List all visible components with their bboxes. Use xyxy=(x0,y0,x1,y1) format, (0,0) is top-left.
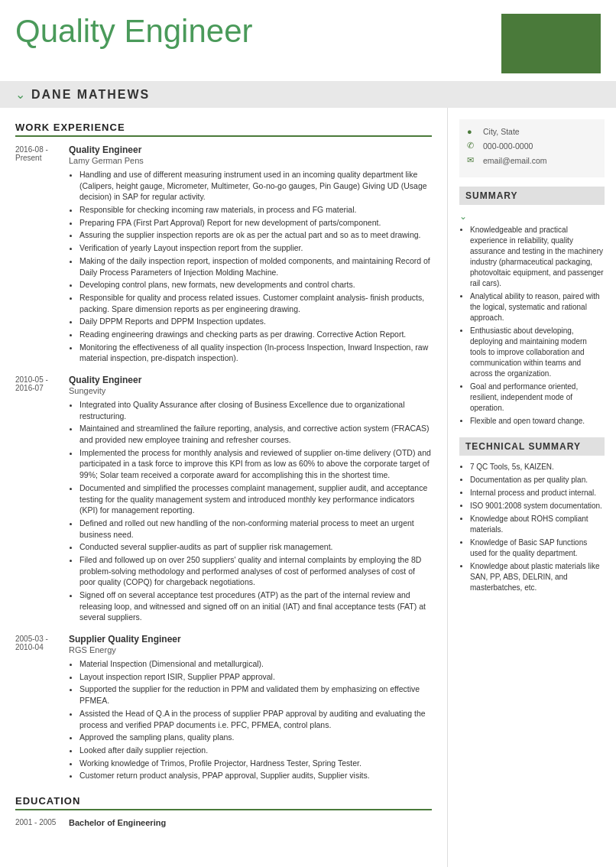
bullet: Developing control plans, new formats, n… xyxy=(79,279,432,291)
name-bar: ⌄ DANE MATHEWS xyxy=(0,81,616,108)
green-decorative-block xyxy=(501,14,601,73)
right-column: ● City, State ✆ 000-000-0000 ✉ email@ema… xyxy=(448,108,616,867)
work-bullets-2: Integrated into Quality Assurance after … xyxy=(69,399,432,623)
work-details-1: Quality Engineer Lamy German Pens Handli… xyxy=(69,144,432,365)
header: Quality Engineer xyxy=(0,0,616,81)
tech-item: Knowledge of Basic SAP functions used fo… xyxy=(470,537,605,559)
work-experience-header: WORK EXPERIENCE xyxy=(15,122,432,137)
bullet: Maintained and streamlined the failure r… xyxy=(79,423,432,445)
work-entry-2: 2010-05 - 2016-07 Quality Engineer Sunge… xyxy=(15,375,432,625)
work-dates-2: 2010-05 - 2016-07 xyxy=(15,375,69,625)
technical-summary-header: TECHNICAL SUMMARY xyxy=(459,437,605,456)
bullet: Material Inspection (Dimensional and met… xyxy=(79,658,432,670)
summary-chevron-icon: ⌄ xyxy=(459,211,605,222)
edu-degree-1: Bachelor of Engineering xyxy=(69,818,432,827)
email-text: email@email.com xyxy=(483,156,547,165)
bullet: Customer return product analysis, PPAP a… xyxy=(79,770,432,781)
phone-text: 000-000-0000 xyxy=(483,141,533,151)
contact-section: ● City, State ✆ 000-000-0000 ✉ email@ema… xyxy=(459,119,605,177)
work-company-3: RGS Energy xyxy=(69,645,432,654)
tech-item: Internal process and product internal. xyxy=(470,488,605,498)
chevron-icon: ⌄ xyxy=(15,87,25,102)
work-title-3: Supplier Quality Engineer xyxy=(69,634,432,645)
tech-item: Knowledge about ROHS compliant materials… xyxy=(470,514,605,535)
edu-entry-1: 2001 - 2005 Bachelor of Engineering xyxy=(15,818,432,827)
education-header: EDUCATION xyxy=(15,795,432,810)
work-bullets-3: Material Inspection (Dimensional and met… xyxy=(69,658,432,781)
summary-section: SUMMARY ⌄ Knowledgeable and practical ex… xyxy=(459,187,605,427)
work-details-3: Supplier Quality Engineer RGS Energy Mat… xyxy=(69,634,432,783)
bullet: Preparing FPA (First Part Approval) Repo… xyxy=(79,217,432,229)
work-dates-1: 2016-08 - Present xyxy=(15,144,69,365)
left-column: WORK EXPERIENCE 2016-08 - Present Qualit… xyxy=(0,108,448,867)
location-text: City, State xyxy=(483,127,520,136)
email-icon: ✉ xyxy=(467,155,479,165)
work-company-2: Sungevity xyxy=(69,386,432,395)
summary-item: Analytical ability to reason, paired wit… xyxy=(470,291,605,323)
technical-summary-section: TECHNICAL SUMMARY 7 QC Tools, 5s, KAIZEN… xyxy=(459,437,605,593)
work-title-1: Quality Engineer xyxy=(69,144,432,155)
bullet: Approved the sampling plans, quality pla… xyxy=(79,732,432,743)
bullet: Filed and followed up on over 250 suppli… xyxy=(79,554,432,588)
tech-item: Documentation as per quality plan. xyxy=(470,475,605,485)
bullet: Making of the daily inspection report, i… xyxy=(79,255,432,278)
summary-item: Flexible and open toward change. xyxy=(470,416,605,427)
tech-item: 7 QC Tools, 5s, KAIZEN. xyxy=(470,462,605,472)
candidate-name: DANE MATHEWS xyxy=(31,88,150,102)
work-bullets-1: Handling and use of different measuring … xyxy=(69,169,432,364)
bullet: Verification of yearly Layout inspection… xyxy=(79,242,432,254)
bullet: Assuring the supplier inspection reports… xyxy=(79,229,432,241)
work-entry-1: 2016-08 - Present Quality Engineer Lamy … xyxy=(15,144,432,365)
contact-location: ● City, State xyxy=(467,127,597,136)
bullet: Working knowledge of Trimos, Profile Pro… xyxy=(79,758,432,769)
bullet: Signed off on several acceptance test pr… xyxy=(79,589,432,623)
main-content: WORK EXPERIENCE 2016-08 - Present Qualit… xyxy=(0,108,616,867)
edu-details-1: Bachelor of Engineering xyxy=(69,818,432,827)
bullet: Documented and simplified the processes … xyxy=(79,482,432,516)
bullet: Reading engineering drawings and checkin… xyxy=(79,329,432,340)
bullet: Layout inspection report ISIR, Supplier … xyxy=(79,671,432,683)
bullet: Monitoring the effectiveness of all qual… xyxy=(79,342,432,364)
tech-item: Knowledge about plastic materials like S… xyxy=(470,561,605,593)
tech-item: ISO 9001:2008 system documentation. xyxy=(470,501,605,511)
bullet: Conducted several supplier-audits as par… xyxy=(79,541,432,553)
technical-summary-bullets: 7 QC Tools, 5s, KAIZEN. Documentation as… xyxy=(459,462,605,593)
bullet: Defined and rolled out new handling of t… xyxy=(79,518,432,540)
location-icon: ● xyxy=(467,127,479,136)
work-company-1: Lamy German Pens xyxy=(69,156,432,165)
work-details-2: Quality Engineer Sungevity Integrated in… xyxy=(69,375,432,625)
summary-item: Enthusiastic about developing, deploying… xyxy=(470,326,605,379)
contact-phone: ✆ 000-000-0000 xyxy=(467,141,597,151)
header-right xyxy=(448,14,601,73)
bullet: Looked after daily supplier rejection. xyxy=(79,745,432,756)
resume-title: Quality Engineer xyxy=(15,14,448,49)
summary-item: Goal and performance oriented, resilient… xyxy=(470,382,605,414)
summary-bullets: Knowledgeable and practical experience i… xyxy=(459,225,605,427)
edu-dates-1: 2001 - 2005 xyxy=(15,818,69,827)
work-entry-3: 2005-03 - 2010-04 Supplier Quality Engin… xyxy=(15,634,432,783)
bullet: Supported the supplier for the reduction… xyxy=(79,684,432,706)
bullet: Assisted the Head of Q.A in the process … xyxy=(79,708,432,730)
work-title-2: Quality Engineer xyxy=(69,375,432,385)
summary-header: SUMMARY xyxy=(459,187,605,205)
bullet: Responsible for checking incoming raw ma… xyxy=(79,204,432,216)
bullet: Implemented the process for monthly anal… xyxy=(79,447,432,481)
contact-email: ✉ email@email.com xyxy=(467,155,597,165)
bullet: Integrated into Quality Assurance after … xyxy=(79,399,432,421)
bullet: Daily DPPM Reports and DPPM Inspection u… xyxy=(79,316,432,327)
bullet: Handling and use of different measuring … xyxy=(79,169,432,203)
phone-icon: ✆ xyxy=(467,141,479,151)
work-dates-3: 2005-03 - 2010-04 xyxy=(15,634,69,783)
summary-item: Knowledgeable and practical experience i… xyxy=(470,225,605,289)
header-left: Quality Engineer xyxy=(15,14,448,49)
resume-page: Quality Engineer ⌄ DANE MATHEWS WORK EXP… xyxy=(0,0,616,867)
bullet: Responsible for quality and process rela… xyxy=(79,292,432,314)
